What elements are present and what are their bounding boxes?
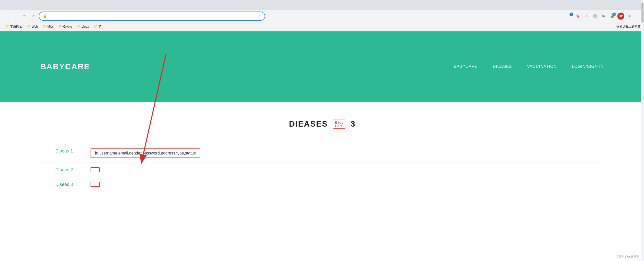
nav-bar: ← → ⟳ ⌂ 🔒 baby.or/page.php?id=2&postid=-… [0, 10, 644, 22]
logo-baby: Baby [335, 121, 343, 124]
disease-list: Diseas 1 id,username,email,gender,passwo… [40, 141, 604, 194]
site-header: BABYCARE BABYCARE DIEASES VACCINATION LO… [0, 31, 644, 102]
bookmark-ip[interactable]: 📁 IP [92, 24, 103, 29]
site-content: DIEASES Baby Care 3 Diseas 1 id,username… [0, 102, 644, 204]
bookmark-label: Linux [82, 25, 89, 28]
bookmark-btn[interactable]: 🔖 [575, 13, 582, 20]
folder-icon: 📁 [27, 25, 31, 28]
mobile-bookmarks[interactable]: 移动设备上的书签 [616, 24, 640, 29]
csdn-watermark: CSDN @融宫博也 [617, 255, 639, 258]
bookmark-label: Web [32, 25, 38, 28]
url-input[interactable]: baby.or/page.php?id=2&postid=-1' union s… [49, 14, 256, 18]
page-number: 3 [350, 119, 355, 129]
ext-badge: 6 [612, 13, 616, 16]
translate-btn[interactable]: A [626, 13, 633, 20]
site-nav: BABYCARE DIEASES VACCINATION LOGIN/SIGN … [454, 64, 604, 69]
bookmark-linux[interactable]: 📁 Linux [75, 24, 91, 29]
folder-icon: 📁 [43, 25, 46, 28]
bookmark-label: IP [98, 25, 101, 28]
bookmark-misc[interactable]: 📁 Misc [41, 24, 56, 29]
disease-item-3: Diseas 3 [40, 177, 604, 192]
nav-dieases[interactable]: DIEASES [493, 64, 512, 69]
forward-button[interactable]: → [12, 13, 19, 20]
folder-icon: 📁 [59, 25, 62, 28]
folder-icon: 📁 [77, 25, 80, 28]
folder-icon: 📁 [94, 25, 97, 28]
bookmark-changyong[interactable]: 📁 常用网址 [4, 23, 24, 30]
disease-label-3[interactable]: Diseas 3 [40, 182, 91, 187]
nav-right: ⠿ 2 🔖 ⟳ 🚫 IP 🧩 6 BP A ⋮ [566, 13, 641, 20]
disease-value-2 [91, 167, 100, 172]
qr-button[interactable]: ⠿ 2 [566, 13, 573, 20]
scrollbar[interactable] [641, 0, 644, 261]
extensions-btn[interactable]: 🧩 6 [609, 13, 616, 20]
browser-chrome: ← → ⟳ ⌂ 🔒 baby.or/page.php?id=2&postid=-… [0, 0, 644, 31]
tab-bar [0, 0, 644, 10]
url-bar[interactable]: 🔒 baby.or/page.php?id=2&postid=-1' union… [39, 12, 265, 21]
disease-item-2: Diseas 2 [40, 163, 604, 177]
page-title: DIEASES [289, 119, 328, 129]
disease-label-1[interactable]: Diseas 1 [40, 148, 91, 154]
site-logo: BABYCARE [40, 62, 90, 71]
back-button[interactable]: ← [3, 13, 10, 20]
security-icon: 🔒 [43, 14, 47, 18]
bookmark-label: Crypto [63, 25, 72, 28]
avatar-button[interactable]: BP [617, 13, 624, 20]
disease-label-2[interactable]: Diseas 2 [40, 167, 91, 173]
nav-login[interactable]: LOGIN/SIGN IN [572, 64, 604, 69]
bookmarks-bar: 📁 常用网址 📁 Web 📁 Misc 📁 Crypto 📁 Linux 📁 I… [0, 22, 644, 31]
bookmark-label: Misc [47, 25, 54, 28]
qr-badge: 2 [570, 13, 573, 16]
ip-btn[interactable]: IP [600, 13, 607, 20]
reload-button[interactable]: ⟳ [21, 13, 28, 20]
menu-btn[interactable]: ⋮ [634, 13, 641, 20]
scrollbar-thumb[interactable] [641, 3, 643, 23]
disease-value-3 [91, 182, 100, 187]
baby-care-logo: Baby Care [333, 120, 345, 129]
logo-care: Care [335, 124, 343, 128]
bookmark-crypto[interactable]: 📁 Crypto [57, 24, 74, 29]
bookmark-label: 常用网址 [10, 24, 22, 29]
block-btn[interactable]: 🚫 [592, 13, 599, 20]
nav-babycare[interactable]: BABYCARE [454, 64, 478, 69]
folder-icon: 📁 [6, 25, 9, 28]
home-button[interactable]: ⌂ [30, 13, 37, 20]
disease-item-1: Diseas 1 id,username,email,gender,passwo… [40, 144, 604, 163]
disease-value-1: id,username,email,gender,password,addres… [91, 148, 200, 158]
star-icon: ☆ [258, 14, 261, 18]
website: BABYCARE BABYCARE DIEASES VACCINATION LO… [0, 31, 644, 204]
bookmark-label: 移动设备上的书签 [616, 25, 640, 28]
page-title-area: DIEASES Baby Care 3 [40, 112, 604, 134]
nav-vaccination[interactable]: VACCINATION [527, 64, 557, 69]
history-btn[interactable]: ⟳ [583, 13, 590, 20]
bookmark-web[interactable]: 📁 Web [25, 24, 40, 29]
